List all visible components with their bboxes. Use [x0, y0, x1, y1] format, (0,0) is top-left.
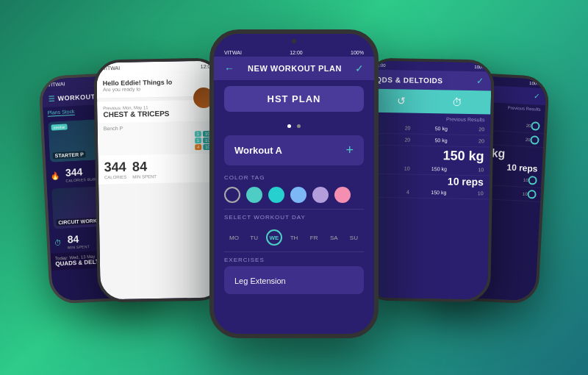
- r2-circle-3[interactable]: [528, 176, 537, 185]
- hamburger-icon: ☰: [48, 94, 55, 102]
- r2-circle-1[interactable]: [531, 121, 540, 131]
- second-time-label: Min Spent: [132, 174, 157, 179]
- bench-label: Bench P: [104, 124, 215, 132]
- day-su[interactable]: SU: [345, 229, 362, 246]
- back-button[interactable]: ←: [224, 63, 234, 74]
- color-pink[interactable]: [334, 187, 351, 203]
- r1-weight4: 150 kg: [409, 190, 446, 196]
- plans-stock-tab[interactable]: Plans Stock: [47, 109, 74, 117]
- day-mo[interactable]: MO: [226, 229, 243, 246]
- time-label: MIN SPENT: [68, 244, 90, 250]
- exercises-label: EXERCISES: [214, 252, 374, 266]
- bench-badge-3: 1: [195, 138, 201, 143]
- nav-title: NEW WORKOUT PLAN: [248, 64, 342, 73]
- action-row: ↺ ⏱: [368, 89, 492, 115]
- r1-set2: 20: [373, 137, 410, 143]
- day-tu[interactable]: TU: [246, 229, 262, 246]
- nav-bar: ← NEW WORKOUT PLAN ✓: [214, 57, 374, 80]
- check-button[interactable]: ✓: [355, 63, 364, 74]
- color-row: [214, 184, 374, 209]
- r1-reps1: 20: [448, 126, 484, 132]
- bench-row-3: 4 100: [104, 144, 215, 152]
- clock-icon: ⏱: [54, 238, 62, 247]
- right1-screen: 12:00 100% QDS & DELTOIDS ✓ ↺ ⏱ Previous…: [365, 61, 492, 300]
- right1-battery: 100%: [474, 65, 485, 69]
- color-tag-label: COLOR TAG: [214, 170, 374, 184]
- day-row: MO TU WE TH FR SA SU: [214, 224, 374, 251]
- r1-reps3: 10: [447, 166, 484, 172]
- r1-set1: 20: [373, 125, 410, 131]
- refresh-icon[interactable]: ↺: [397, 95, 406, 107]
- day-sa[interactable]: SA: [326, 229, 342, 246]
- second-calories: 344: [104, 160, 127, 176]
- starter-badge: newbie: [51, 124, 67, 130]
- right2-check-icon: ✓: [534, 92, 540, 100]
- day-th[interactable]: TH: [286, 229, 302, 246]
- day-fr[interactable]: FR: [306, 229, 322, 246]
- dot-1: [287, 124, 291, 128]
- color-blue[interactable]: [290, 187, 306, 203]
- right1-row-4: 4 150 kg 10: [367, 186, 490, 200]
- center-phone: VITWAI 12:00 100% ← NEW WORKOUT PLAN ✓ H…: [209, 29, 379, 338]
- dot-2: [297, 124, 301, 128]
- exercise-item[interactable]: Leg Extension: [224, 266, 364, 294]
- pagination-dots: [214, 118, 374, 131]
- bench-info: Bench P 1 100 1 100 4 100: [98, 121, 221, 156]
- r1-weight3: 150 kg: [410, 166, 447, 172]
- right1-title: QDS & DELTOIDS: [376, 75, 442, 85]
- time-value: 84: [67, 232, 90, 246]
- bench-rows: 1 100 1 100 4 100: [104, 131, 215, 152]
- starter-label: STARTER P: [52, 151, 86, 159]
- r2-circle-4[interactable]: [527, 190, 537, 199]
- center-status-bar: VITWAI 12:00 100%: [214, 49, 374, 57]
- r1-weight2: 50 kg: [410, 138, 447, 143]
- second-time: 84: [132, 159, 157, 175]
- camera: [292, 39, 296, 43]
- center-battery: 100%: [351, 50, 364, 55]
- workout-a-label: Workout A: [234, 145, 282, 156]
- notch-area: [214, 34, 374, 49]
- second-phone-screen: VITWAI 12:00 Hello Eddie! Things lo Are …: [96, 61, 223, 300]
- color-green[interactable]: [246, 187, 262, 203]
- r2-circle-2[interactable]: [530, 135, 539, 145]
- flame-icon: 🔥: [51, 171, 60, 180]
- r1-reps4: 10: [446, 190, 483, 196]
- left-carrier: VITWAI: [47, 82, 65, 88]
- color-lavender[interactable]: [312, 187, 329, 203]
- color-empty[interactable]: [224, 187, 240, 203]
- day-we[interactable]: WE: [266, 229, 282, 246]
- plan-name-bar[interactable]: HST PLAN: [224, 86, 364, 112]
- exercise-name: Leg Extension: [234, 276, 286, 285]
- second-phone: VITWAI 12:00 Hello Eddie! Things lo Are …: [93, 57, 226, 302]
- right1-header: QDS & DELTOIDS ✓: [368, 70, 491, 91]
- r1-weight1: 50 kg: [411, 126, 448, 132]
- bench-badge-1: 1: [194, 131, 201, 137]
- right1-check-icon: ✓: [476, 76, 484, 86]
- prev-workout-title: CHEST & TRICEPS: [103, 109, 214, 119]
- add-workout-button[interactable]: +: [345, 143, 354, 158]
- right-phone-1: 12:00 100% QDS & DELTOIDS ✓ ↺ ⏱ Previous…: [362, 57, 495, 302]
- workout-row: Workout A +: [224, 135, 364, 165]
- second-header: Hello Eddie! Things lo Are you ready to: [96, 72, 220, 99]
- big-weight-1: 150 kg: [367, 146, 490, 165]
- bench-badge-5: 4: [195, 144, 201, 150]
- select-day-label: SELECT WORKOUT DAY: [214, 210, 374, 224]
- timer-icon[interactable]: ⏱: [451, 96, 462, 108]
- center-carrier: VITWAI: [224, 50, 242, 55]
- right2-battery: 100%: [529, 81, 541, 86]
- second-carrier: VITWAI: [102, 65, 120, 71]
- center-time: 12:00: [290, 50, 303, 55]
- r1-reps2: 20: [448, 138, 484, 143]
- second-stats: 344 Calories 84 Min Spent: [98, 154, 221, 185]
- color-cyan[interactable]: [268, 187, 284, 203]
- second-calories-label: Calories: [104, 175, 126, 180]
